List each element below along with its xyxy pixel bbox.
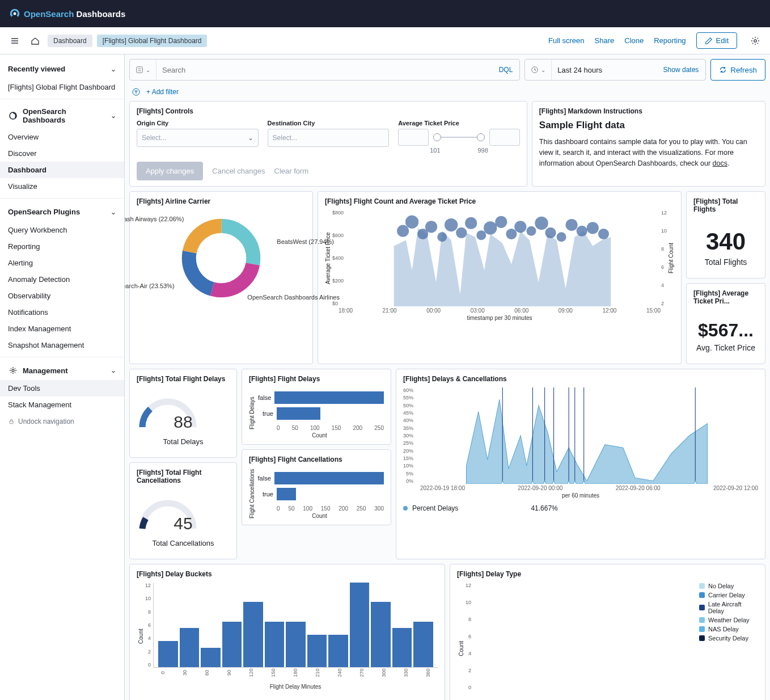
chevron-down-icon: ⌄ [111,65,116,73]
y-axis-label: Flight Delays [249,387,255,438]
delay-type-chart[interactable] [473,583,696,700]
x-axis-label: timestamp per 30 minutes [325,315,674,321]
sidebar-item-query-workbench[interactable]: Query Workbench [0,222,124,238]
cancel-changes-button[interactable]: Cancel changes [212,167,265,175]
total-flights-label: Total Flights [693,258,758,267]
svg-point-13 [405,216,418,229]
quick-select-icon[interactable]: ⌄ [525,60,552,80]
filter-bar: + Add filter [129,85,765,101]
sidebar-item-visualize[interactable]: Visualize [0,178,124,195]
flight-count-chart[interactable] [345,210,660,306]
app-name-1: OpenSearch [24,9,74,19]
svg-point-21 [484,221,497,234]
app-logo[interactable]: OpenSearch Dashboards [9,8,125,19]
sidebar-section-dashboards[interactable]: OpenSearch Dashboards ⌄ [0,103,124,129]
panel-markdown: [Flights] Markdown Instructions Sample F… [532,101,765,187]
edit-button[interactable]: Edit [696,32,737,49]
panel-total-flights: [Flights] Total Flights 340 Total Flight… [686,191,765,279]
panel-total-cancellations: [Flights] Total Flight Cancellations 45 … [129,462,237,559]
svg-point-3 [12,369,14,372]
sidebar-item-stack-mgmt[interactable]: Stack Management [0,397,124,413]
donut-label: OpenSearch-Air (23.53%) [125,282,175,289]
clear-form-button[interactable]: Clear form [274,167,309,175]
range-min-input[interactable] [398,129,429,146]
panel-title: [Flights] Markdown Instructions [539,107,758,115]
panel-title: [Flights] Total Flight Delays [137,375,230,383]
clone-link[interactable]: Clone [624,36,644,45]
sidebar: Recently viewed ⌄ [Flights] Global Fligh… [0,54,125,700]
legend-item[interactable]: Late Aircraft Delay [699,601,758,614]
sidebar-item-reporting[interactable]: Reporting [0,238,124,255]
range-slider[interactable] [433,130,485,144]
total-delays-label: Total Delays [137,437,230,446]
donut-chart[interactable]: Logstash Airways (22.06%) BeatsWest (27.… [137,210,306,306]
panel-flight-count: [Flights] Flight Count and Average Ticke… [318,191,682,364]
add-filter-link[interactable]: + Add filter [146,88,179,96]
total-cancel-label: Total Cancellations [137,539,230,547]
sidebar-item-index-mgmt[interactable]: Index Management [0,321,124,337]
breadcrumb-dashboard[interactable]: Dashboard [48,35,92,47]
svg-point-0 [14,12,16,15]
search-input[interactable] [156,66,492,74]
show-dates-link[interactable]: Show dates [657,66,706,74]
fullscreen-link[interactable]: Full screen [548,36,585,45]
sidebar-item-devtools[interactable]: Dev Tools [0,380,124,397]
undock-nav[interactable]: Undock navigation [0,413,124,430]
panel-flight-delays: [Flights] Flight Delays Flight Delays fa… [242,369,391,445]
share-link[interactable]: Share [595,36,615,45]
legend-item[interactable]: Weather Delay [699,617,758,623]
opensearch-logo-icon [9,8,20,19]
delay-buckets-chart[interactable] [153,583,438,668]
sidebar-item-dashboard[interactable]: Dashboard [0,162,124,178]
x-axis-label: Flight Delay Minutes [153,684,438,690]
panel-title: [Flights] Total Flights [693,197,758,213]
svg-point-12 [397,225,409,237]
nav-toggle-button[interactable] [7,33,23,49]
svg-point-25 [527,226,536,236]
svg-point-27 [545,227,556,238]
plugins-label: OpenSearch Plugins [8,208,80,216]
hbar-chart[interactable]: false true [255,387,384,424]
range-max-input[interactable] [489,129,520,146]
sidebar-section-plugins[interactable]: OpenSearch Plugins ⌄ [0,202,124,222]
reporting-link[interactable]: Reporting [654,36,686,45]
svg-rect-5 [137,67,143,73]
sidebar-item-snapshot-mgmt[interactable]: Snapshot Management [0,337,124,353]
search-box[interactable]: ⌄ DQL [129,59,520,81]
panel-delay-type: [Flights] Delay Type Count 121086420 No … [450,564,765,700]
svg-point-26 [535,217,548,230]
refresh-label: Refresh [730,66,757,74]
sidebar-item-discover[interactable]: Discover [0,145,124,162]
main-content: ⌄ DQL ⌄ Last 24 hours Show dates Refresh [125,54,770,700]
sidebar-item-overview[interactable]: Overview [0,129,124,145]
sidebar-section-management[interactable]: Management ⌄ [0,361,124,380]
time-picker[interactable]: ⌄ Last 24 hours Show dates [524,59,706,81]
legend-item[interactable]: No Delay [699,583,758,589]
legend-item[interactable]: Carrier Delay [699,592,758,598]
dest-city-label: Destination City [268,120,390,126]
refresh-button[interactable]: Refresh [710,59,765,81]
breadcrumb-current[interactable]: [Flights] Global Flight Dashboard [97,35,208,47]
gear-icon [751,36,760,45]
legend-item[interactable]: Security Delay [699,635,758,642]
dql-toggle[interactable]: DQL [492,66,520,74]
filter-options-icon[interactable] [132,87,141,96]
home-button[interactable] [27,33,43,49]
sidebar-item-alerting[interactable]: Alerting [0,255,124,271]
sidebar-item-observability[interactable]: Observability [0,288,124,304]
delays-area-chart[interactable] [416,387,758,484]
sidebar-item-anomaly[interactable]: Anomaly Detection [0,271,124,288]
dest-city-select[interactable]: Select... [268,129,390,147]
sidebar-section-recent[interactable]: Recently viewed ⌄ [0,59,124,79]
apply-changes-button[interactable]: Apply changes [137,162,203,180]
sidebar-item-notifications[interactable]: Notifications [0,304,124,321]
settings-button[interactable] [747,33,763,49]
docs-link[interactable]: docs [713,159,727,167]
management-label: Management [23,366,67,375]
search-options-icon[interactable]: ⌄ [130,60,156,80]
sidebar-recent-item[interactable]: [Flights] Global Flight Dashboard [0,79,124,95]
origin-city-select[interactable]: Select...⌄ [137,129,259,147]
avg-price-value: $567... [693,320,758,341]
legend-item[interactable]: NAS Delay [699,626,758,632]
hbar-chart[interactable]: false true [255,468,384,504]
